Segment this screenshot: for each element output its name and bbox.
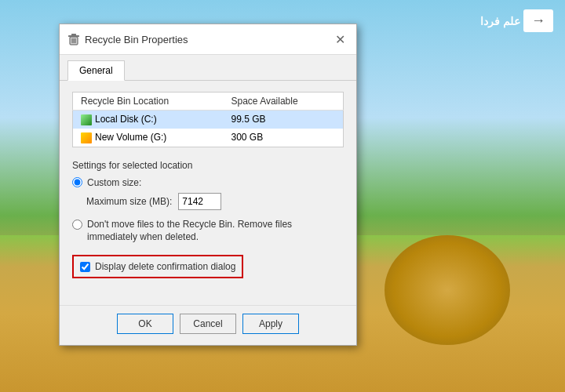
dialog-buttons: OK Cancel Apply	[60, 305, 356, 345]
custom-size-radio[interactable]	[72, 177, 82, 187]
drive-table: Recycle Bin Location Space Available Loc…	[72, 92, 344, 147]
table-row[interactable]: New Volume (G:)300 GB	[73, 129, 344, 147]
hay-bale-body	[385, 235, 510, 345]
titlebar-left: Recycle Bin Properties	[67, 33, 188, 45]
cancel-button[interactable]: Cancel	[180, 314, 236, 334]
dialog-titlebar: Recycle Bin Properties ✕	[60, 24, 356, 55]
dont-move-label: Don't move files to the Recycle Bin. Rem…	[87, 218, 344, 245]
recycle-bin-properties-dialog: Recycle Bin Properties ✕ General Recycle…	[59, 24, 357, 346]
hay-bale	[377, 227, 518, 345]
max-size-label: Maximum size (MB):	[86, 196, 172, 207]
col-location: Recycle Bin Location	[73, 93, 224, 111]
logo: علم فردا →	[480, 9, 553, 32]
settings-heading: Settings for selected location	[72, 160, 344, 171]
apply-button[interactable]: Apply	[242, 314, 299, 334]
ok-button[interactable]: OK	[117, 314, 173, 334]
drive-name-cell: Local Disk (C:)	[73, 111, 224, 129]
col-space: Space Available	[223, 93, 343, 111]
svg-rect-2	[68, 35, 79, 37]
delete-confirm-box: Display delete confirmation dialog	[72, 255, 243, 278]
dialog-body: Recycle Bin Location Space Available Loc…	[60, 81, 356, 305]
drive-space-cell: 300 GB	[223, 129, 343, 147]
drive-icon	[81, 114, 92, 125]
drive-space-cell: 99.5 GB	[223, 111, 343, 129]
logo-text: علم فردا	[480, 15, 520, 27]
table-row[interactable]: Local Disk (C:)99.5 GB	[73, 111, 344, 129]
dont-move-radio[interactable]	[72, 220, 82, 230]
recycle-bin-icon	[67, 33, 80, 45]
max-size-row: Maximum size (MB):	[86, 193, 344, 210]
delete-confirm-label: Display delete confirmation dialog	[95, 261, 235, 272]
tab-general[interactable]: General	[67, 60, 125, 81]
drive-icon	[81, 132, 92, 143]
custom-size-label: Custom size:	[87, 177, 141, 188]
close-button[interactable]: ✕	[331, 31, 348, 48]
dialog-title: Recycle Bin Properties	[85, 34, 188, 45]
dont-move-option: Don't move files to the Recycle Bin. Rem…	[72, 218, 344, 245]
tab-bar: General	[60, 55, 356, 81]
svg-rect-3	[71, 34, 76, 35]
custom-size-option: Custom size:	[72, 177, 344, 188]
logo-arrow: →	[523, 9, 553, 32]
max-size-input[interactable]	[178, 193, 221, 210]
delete-confirm-checkbox[interactable]	[80, 262, 90, 272]
drive-name-cell: New Volume (G:)	[73, 129, 224, 147]
